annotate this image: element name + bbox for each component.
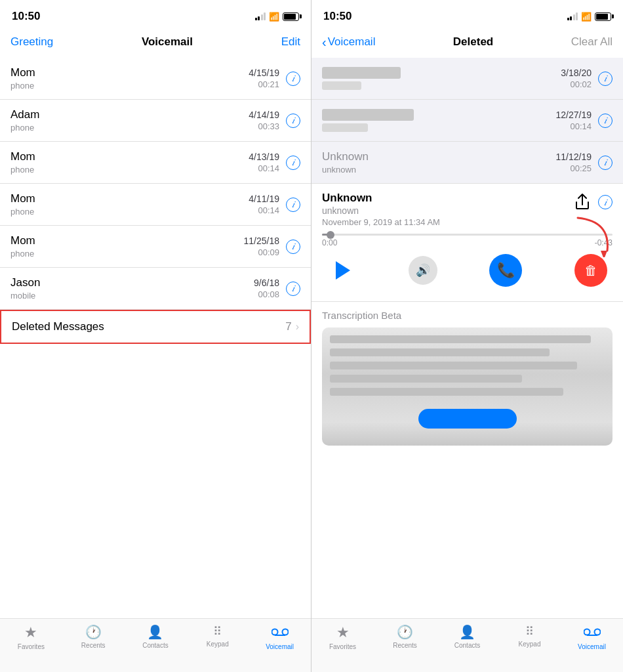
- vm-name: Mom: [10, 150, 35, 163]
- star-icon: ★: [336, 624, 350, 641]
- deleted-list: 3/18/20 00:02 𝑖 12/27/19 00:14 𝑖: [312, 58, 623, 184]
- tab-voicemail-label: Voicemail: [578, 643, 606, 650]
- transcription-title: Transcription Beta: [322, 310, 613, 321]
- deleted-item-type: [322, 123, 368, 132]
- vm-type: phone: [10, 123, 39, 133]
- tab-keypad-label: Keypad: [519, 640, 541, 648]
- info-button[interactable]: 𝑖: [598, 72, 613, 86]
- right-panel: 10:50 📶 ‹ Voicemail Deleted Clear All: [312, 0, 623, 672]
- voicemail-item-mom-4[interactable]: Mom phone 11/25/18 00:09 𝑖: [0, 226, 311, 268]
- right-tab-recents[interactable]: 🕐 Recents: [374, 624, 436, 649]
- call-button[interactable]: 📞: [489, 254, 522, 287]
- deleted-item-1[interactable]: 3/18/20 00:02 𝑖: [312, 58, 623, 100]
- left-status-icons: 📶: [255, 12, 300, 22]
- vm-type: phone: [10, 81, 35, 91]
- star-icon: ★: [24, 624, 37, 641]
- vm-date: 9/6/18: [254, 278, 279, 288]
- voicemail-item-mom-3[interactable]: Mom phone 4/11/19 00:14 𝑖: [0, 184, 311, 226]
- vm-date: 4/11/19: [249, 194, 279, 204]
- expanded-date: November 9, 2019 at 11:34 AM: [322, 217, 440, 227]
- back-label: Voicemail: [328, 35, 376, 49]
- trash-icon: 🗑: [584, 263, 597, 278]
- voicemail-item-jason[interactable]: Jason mobile 9/6/18 00:08 𝑖: [0, 268, 311, 310]
- vm-duration: 00:14: [258, 163, 279, 173]
- right-tab-contacts[interactable]: 👤 Contacts: [436, 624, 498, 649]
- expanded-type: unknown: [322, 205, 440, 216]
- info-button[interactable]: 𝑖: [598, 156, 613, 170]
- vm-duration: 00:08: [258, 289, 279, 299]
- share-button[interactable]: [572, 192, 593, 213]
- vm-date: 11/25/18: [244, 236, 280, 246]
- right-time: 10:50: [323, 10, 352, 23]
- info-button[interactable]: 𝑖: [598, 114, 613, 128]
- deleted-item-2[interactable]: 12/27/19 00:14 𝑖: [312, 100, 623, 142]
- greeting-button[interactable]: Greeting: [10, 35, 53, 49]
- deleted-item-name: Unknown: [322, 150, 369, 163]
- info-button-expanded[interactable]: 𝑖: [598, 195, 613, 209]
- info-button[interactable]: 𝑖: [286, 198, 300, 212]
- voicemail-list: Mom phone 4/15/19 00:21 𝑖 Adam phone 4/1…: [0, 58, 311, 618]
- deleted-messages-row[interactable]: Deleted Messages 7 ›: [0, 310, 311, 344]
- info-button[interactable]: 𝑖: [286, 72, 300, 86]
- tab-keypad[interactable]: ⠿ Keypad: [186, 624, 249, 648]
- tab-contacts[interactable]: 👤 Contacts: [125, 624, 187, 649]
- left-signal-icon: [255, 12, 266, 20]
- info-button[interactable]: 𝑖: [286, 282, 300, 296]
- voicemail-item-adam[interactable]: Adam phone 4/14/19 00:33 𝑖: [0, 100, 311, 142]
- svg-marker-3: [601, 251, 607, 257]
- play-button[interactable]: [327, 256, 356, 285]
- voicemail-item-mom-1[interactable]: Mom phone 4/15/19 00:21 𝑖: [0, 58, 311, 100]
- vm-date: 4/13/19: [249, 152, 279, 162]
- edit-button[interactable]: Edit: [281, 35, 300, 49]
- vm-type: mobile: [10, 291, 40, 301]
- info-button[interactable]: 𝑖: [286, 114, 300, 128]
- tab-voicemail[interactable]: Voicemail: [249, 624, 311, 650]
- person-icon: 👤: [459, 624, 475, 640]
- vm-duration: 00:25: [570, 163, 592, 173]
- transcription-text-area: [322, 327, 613, 446]
- right-nav-bar: ‹ Voicemail Deleted Clear All: [312, 29, 623, 58]
- progress-track[interactable]: [322, 234, 613, 236]
- right-wifi-icon: 📶: [581, 12, 592, 22]
- right-battery-icon: [595, 12, 611, 21]
- delete-button[interactable]: 🗑: [574, 254, 607, 287]
- vm-date: 4/14/19: [249, 110, 279, 120]
- speaker-icon: 🔊: [416, 263, 430, 278]
- vm-duration: 00:09: [258, 247, 279, 257]
- info-button[interactable]: 𝑖: [286, 156, 300, 170]
- speaker-button[interactable]: 🔊: [409, 256, 437, 285]
- phone-icon: 📞: [497, 262, 515, 279]
- tab-contacts-label: Contacts: [142, 642, 168, 649]
- vm-name: Mom: [10, 66, 35, 79]
- tab-recents-label: Recents: [393, 642, 417, 649]
- left-status-bar: 10:50 📶: [0, 0, 311, 29]
- left-panel: 10:50 📶 Greeting Voicemail Edit Mom phon…: [0, 0, 312, 672]
- deleted-item-unknown-1[interactable]: Unknown unknown 11/12/19 00:25 𝑖: [312, 142, 623, 184]
- deleted-item-name: [322, 67, 401, 79]
- right-status-bar: 10:50 📶: [312, 0, 623, 29]
- vm-duration: 00:21: [258, 79, 279, 89]
- clock-icon: 🕐: [85, 624, 102, 640]
- left-tab-bar: ★ Favorites 🕐 Recents 👤 Contacts ⠿ Keypa…: [0, 618, 311, 672]
- deleted-count: 7: [285, 320, 291, 333]
- progress-thumb: [327, 231, 334, 239]
- tab-favorites-label: Favorites: [329, 643, 356, 650]
- vm-duration: 00:14: [570, 121, 592, 131]
- playback-bar: 0:00 -0:43: [322, 228, 613, 247]
- tab-keypad-label: Keypad: [207, 640, 229, 648]
- info-button[interactable]: 𝑖: [286, 240, 300, 254]
- vm-date: 3/18/20: [561, 68, 592, 78]
- left-nav-bar: Greeting Voicemail Edit: [0, 29, 311, 58]
- vm-type: phone: [10, 249, 35, 259]
- clear-all-button[interactable]: Clear All: [571, 35, 613, 49]
- voicemail-item-mom-2[interactable]: Mom phone 4/13/19 00:14 𝑖: [0, 142, 311, 184]
- svg-point-0: [271, 629, 277, 635]
- deleted-item-name: [322, 109, 414, 121]
- right-tab-keypad[interactable]: ⠿ Keypad: [498, 624, 561, 648]
- transcription-section: Transcription Beta: [312, 302, 623, 618]
- right-tab-favorites[interactable]: ★ Favorites: [312, 624, 374, 650]
- tab-recents[interactable]: 🕐 Recents: [62, 624, 125, 649]
- tab-favorites[interactable]: ★ Favorites: [0, 624, 62, 650]
- back-button[interactable]: ‹ Voicemail: [322, 35, 375, 50]
- right-tab-voicemail[interactable]: Voicemail: [561, 624, 623, 650]
